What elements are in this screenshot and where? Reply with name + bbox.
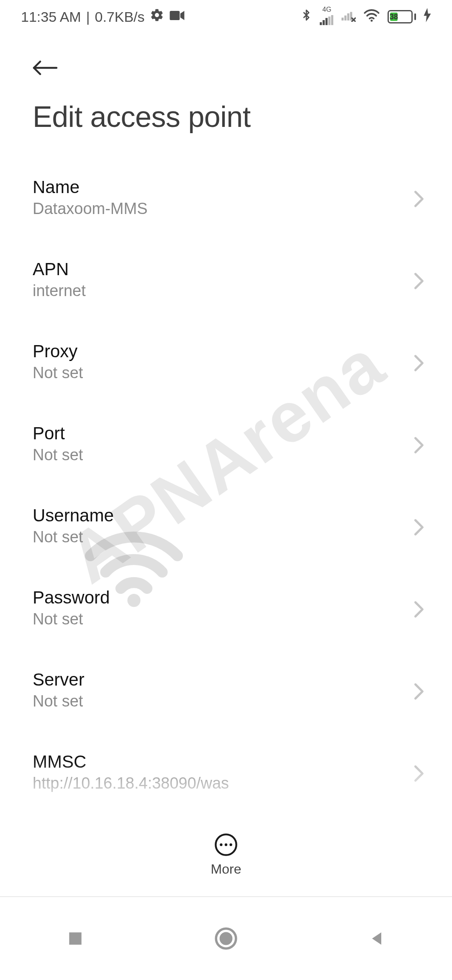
chevron-right-icon [413, 683, 424, 702]
setting-label: Password [33, 588, 399, 607]
setting-label: Server [33, 670, 399, 689]
battery-indicator: 38 [388, 10, 416, 23]
svg-rect-16 [69, 932, 81, 944]
svg-rect-2 [320, 22, 322, 25]
svg-rect-9 [347, 13, 349, 20]
chevron-right-icon [413, 436, 424, 456]
status-bar: 11:35 AM | 0.7KB/s 4G 38 [0, 0, 452, 34]
bottom-toolbar: More [0, 812, 452, 896]
chevron-right-icon [413, 518, 424, 538]
setting-label: Name [33, 178, 399, 197]
svg-point-13 [220, 843, 222, 846]
setting-label: Proxy [33, 342, 399, 361]
status-net-speed: 0.7KB/s [95, 9, 145, 25]
chevron-right-icon [413, 272, 424, 291]
svg-rect-8 [344, 15, 347, 21]
more-label: More [211, 861, 241, 877]
battery-percent: 38 [390, 13, 398, 21]
setting-value: internet [33, 282, 399, 300]
svg-rect-5 [328, 17, 330, 25]
svg-point-11 [371, 20, 373, 22]
status-left: 11:35 AM | 0.7KB/s [21, 8, 185, 26]
setting-apn[interactable]: APN internet [33, 241, 424, 323]
camera-icon [169, 9, 185, 25]
bluetooth-icon [300, 7, 312, 27]
charging-icon [424, 8, 431, 26]
page-title: Edit access point [33, 88, 424, 159]
status-sep: | [86, 9, 90, 25]
setting-value: Not set [33, 693, 399, 710]
setting-mmsc[interactable]: MMSC http://10.16.18.4:38090/was [33, 733, 424, 815]
setting-port[interactable]: Port Not set [33, 405, 424, 487]
signal-sim1-icon [320, 13, 334, 27]
signal-sim2-icon [342, 9, 356, 25]
setting-password[interactable]: Password Not set [33, 569, 424, 651]
system-nav-bar [0, 896, 452, 980]
setting-username[interactable]: Username Not set [33, 487, 424, 569]
nav-home-button[interactable] [211, 923, 241, 954]
network-type: 4G [322, 6, 331, 13]
setting-label: MMSC [33, 752, 399, 771]
chevron-right-icon [413, 601, 424, 620]
svg-point-18 [220, 932, 233, 945]
setting-label: Username [33, 506, 399, 525]
nav-recents-button[interactable] [60, 923, 90, 954]
setting-value: http://10.16.18.4:38090/was [33, 775, 399, 792]
svg-rect-1 [170, 10, 180, 20]
setting-value: Dataxoom-MMS [33, 200, 399, 218]
svg-point-15 [229, 843, 232, 846]
svg-rect-4 [326, 18, 328, 25]
apn-settings-list: Name Dataxoom-MMS APN internet Proxy Not… [33, 159, 424, 897]
gear-icon [150, 8, 164, 26]
setting-value: Not set [33, 611, 399, 628]
setting-name[interactable]: Name Dataxoom-MMS [33, 159, 424, 241]
svg-rect-3 [323, 20, 325, 25]
status-time: 11:35 AM [21, 9, 81, 25]
svg-rect-7 [342, 18, 344, 21]
status-right: 4G 38 [300, 6, 431, 27]
setting-server[interactable]: Server Not set [33, 651, 424, 733]
svg-rect-10 [350, 12, 352, 20]
more-button[interactable] [213, 832, 239, 857]
setting-value: Not set [33, 529, 399, 546]
setting-value: Not set [33, 446, 399, 464]
svg-point-14 [225, 843, 227, 846]
wifi-icon [363, 8, 380, 26]
chevron-right-icon [413, 765, 424, 784]
setting-label: Port [33, 424, 399, 443]
chevron-right-icon [413, 354, 424, 374]
setting-value: Not set [33, 364, 399, 382]
setting-label: APN [33, 260, 399, 279]
chevron-right-icon [413, 190, 424, 209]
back-button[interactable] [33, 58, 58, 78]
svg-rect-6 [331, 15, 333, 25]
setting-proxy[interactable]: Proxy Not set [33, 323, 424, 405]
nav-back-button[interactable] [362, 923, 392, 954]
